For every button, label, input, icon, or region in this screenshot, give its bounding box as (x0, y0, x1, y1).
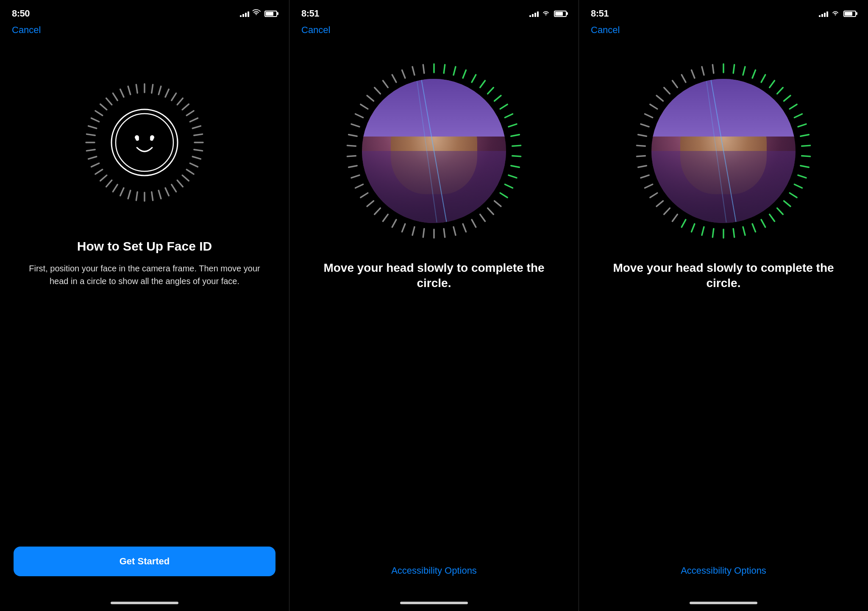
cancel-button-2[interactable]: Cancel (289, 23, 342, 41)
svg-line-18 (186, 170, 194, 174)
screen1: 8:50 Cancel (0, 0, 289, 611)
svg-line-16 (192, 156, 200, 159)
svg-line-42 (106, 98, 112, 105)
signal-icon-2 (529, 10, 539, 17)
get-started-button[interactable]: Get Started (14, 547, 275, 576)
svg-line-147 (692, 70, 695, 78)
svg-line-23 (159, 190, 161, 198)
svg-line-123 (743, 227, 745, 235)
status-bar-3: 8:51 (579, 0, 868, 23)
svg-line-30 (106, 180, 112, 187)
svg-line-19 (182, 175, 189, 181)
signal-icon-3 (819, 10, 828, 17)
svg-line-111 (801, 135, 809, 137)
home-indicator-1 (111, 602, 178, 604)
svg-line-121 (761, 220, 765, 227)
svg-line-99 (423, 65, 424, 73)
svg-line-116 (794, 184, 802, 188)
accessibility-options-2[interactable]: Accessibility Options (391, 565, 477, 576)
svg-line-29 (113, 184, 117, 192)
svg-line-105 (770, 81, 775, 87)
svg-line-65 (509, 175, 517, 178)
screen2: 8:51 Cancel (289, 0, 579, 611)
svg-line-139 (638, 135, 647, 137)
status-icons-2 (529, 9, 567, 18)
svg-line-80 (383, 215, 388, 221)
svg-line-41 (100, 104, 107, 110)
svg-line-78 (402, 224, 405, 232)
accessibility-options-3[interactable]: Accessibility Options (681, 565, 766, 576)
svg-line-124 (733, 229, 734, 237)
svg-line-138 (637, 145, 645, 146)
svg-line-31 (100, 175, 107, 181)
svg-line-33 (91, 163, 99, 167)
battery-icon (264, 11, 277, 17)
svg-line-94 (375, 88, 381, 94)
svg-line-110 (798, 124, 806, 127)
svg-line-146 (682, 75, 686, 82)
svg-line-129 (682, 220, 686, 227)
svg-line-57 (495, 95, 501, 101)
svg-line-22 (165, 188, 169, 195)
svg-line-118 (784, 201, 790, 206)
svg-line-108 (790, 104, 797, 109)
svg-line-130 (673, 215, 678, 221)
svg-line-77 (412, 227, 415, 235)
svg-line-81 (375, 208, 381, 215)
svg-line-89 (349, 135, 357, 137)
svg-point-48 (136, 137, 139, 141)
svg-line-104 (761, 75, 765, 82)
svg-line-141 (645, 114, 653, 118)
svg-line-131 (664, 208, 670, 215)
svg-line-127 (702, 227, 704, 235)
battery-icon-2 (554, 11, 567, 17)
svg-line-63 (512, 156, 521, 156)
svg-line-114 (801, 166, 809, 167)
svg-line-122 (752, 224, 755, 232)
cancel-button-3[interactable]: Cancel (579, 23, 632, 41)
svg-line-98 (412, 67, 415, 75)
svg-line-46 (136, 84, 137, 93)
svg-line-72 (463, 224, 466, 232)
wifi-icon-3 (832, 9, 840, 18)
svg-line-17 (190, 163, 198, 167)
svg-line-60 (509, 124, 517, 127)
svg-line-109 (794, 114, 802, 118)
svg-line-59 (505, 114, 512, 118)
svg-line-113 (802, 156, 810, 156)
svg-line-20 (177, 180, 183, 187)
svg-line-8 (177, 98, 183, 105)
svg-line-39 (91, 118, 99, 122)
svg-line-115 (798, 175, 806, 178)
svg-line-9 (182, 104, 189, 110)
svg-line-106 (777, 88, 783, 94)
svg-line-58 (500, 104, 507, 109)
wifi-icon (253, 9, 261, 18)
svg-line-56 (488, 88, 494, 94)
cancel-button-1[interactable]: Cancel (0, 23, 53, 41)
svg-line-112 (802, 145, 810, 146)
svg-line-62 (512, 145, 521, 146)
svg-line-76 (423, 229, 424, 237)
svg-line-44 (120, 89, 124, 97)
svg-line-134 (645, 184, 653, 188)
svg-line-37 (86, 134, 95, 135)
svg-line-74 (444, 229, 445, 237)
svg-line-28 (120, 188, 124, 195)
svg-point-49 (150, 137, 153, 141)
svg-line-102 (743, 67, 745, 75)
svg-line-126 (712, 229, 714, 237)
svg-line-107 (784, 95, 790, 101)
svg-line-132 (657, 201, 663, 206)
svg-line-4 (152, 84, 153, 93)
svg-line-71 (472, 220, 476, 227)
svg-line-87 (347, 156, 356, 156)
svg-line-67 (500, 193, 507, 198)
screen3: 8:51 Cancel (579, 0, 868, 611)
svg-line-55 (480, 81, 485, 87)
status-time-3: 8:51 (591, 8, 609, 19)
screen1-content: How to Set Up Face ID First, position yo… (0, 41, 289, 602)
scan-content-3: Move your head slowly to complete the ci… (579, 41, 868, 602)
svg-line-119 (777, 208, 783, 215)
svg-line-117 (790, 193, 797, 198)
